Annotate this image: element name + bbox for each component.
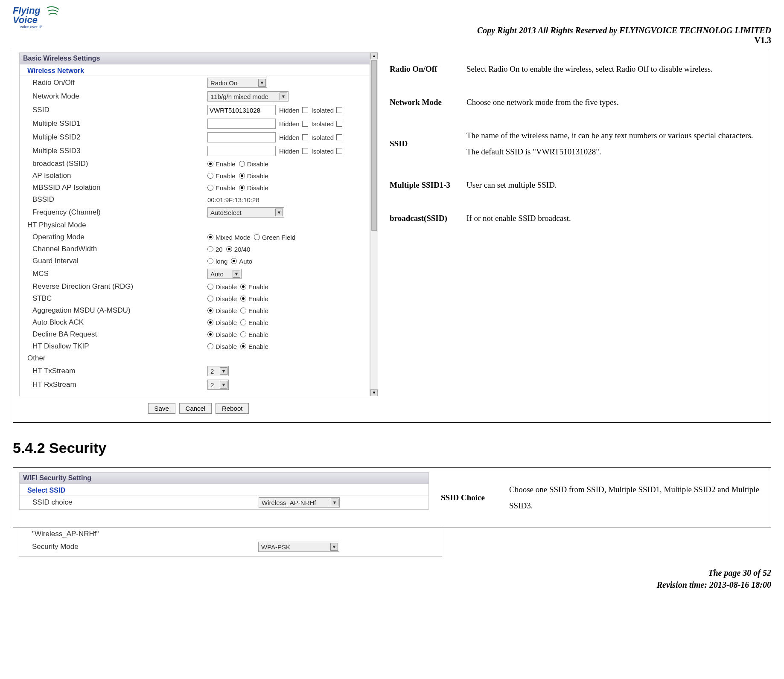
ssid-label: SSID — [32, 106, 207, 114]
bssid-value: 00:01:9F:13:10:28 — [207, 196, 259, 203]
ssid-choice-select[interactable]: Wireless_AP-NRHf▼ — [259, 497, 340, 508]
cancel-button[interactable]: Cancel — [179, 403, 212, 414]
mssid3-input[interactable] — [207, 146, 276, 156]
copyright-text: Copy Right 2013 All Rights Reserved by F… — [73, 26, 771, 35]
desc-text: Choose one SSID from SSID, Multiple SSID… — [506, 473, 764, 522]
gi-auto-radio[interactable] — [231, 258, 237, 264]
amsdu-disable-radio[interactable] — [207, 308, 213, 313]
broadcast-enable-radio[interactable] — [207, 161, 213, 167]
apisolation-label: AP Isolation — [32, 171, 207, 180]
mssid3-isolated-checkbox[interactable] — [336, 148, 342, 154]
mssid2-hidden-checkbox[interactable] — [302, 134, 308, 140]
apiso-enable-radio[interactable] — [207, 173, 213, 179]
mcs-label: MCS — [32, 270, 207, 278]
stbc-label: STBC — [32, 294, 207, 303]
flyingvoice-logo-icon: Flying Voice Voice over IP — [13, 4, 64, 30]
chevron-down-icon: ▼ — [258, 79, 266, 87]
ssid-hidden-checkbox[interactable] — [302, 107, 308, 113]
panel2-subtitle: Select SSID — [20, 484, 428, 496]
radio-onoff-label: Radio On/Off — [32, 78, 207, 87]
bssid-label: BSSID — [32, 195, 207, 204]
desc-term: Network Mode — [386, 86, 463, 119]
description-table-2: SSID ChoiceChoose one SSID from SSID, Mu… — [437, 473, 764, 522]
ht-header: HT Physical Mode — [27, 221, 86, 229]
mssid1-hidden-checkbox[interactable] — [302, 121, 308, 127]
rdg-enable-radio[interactable] — [240, 284, 246, 290]
security-mode-select[interactable]: WPA-PSK▼ — [258, 542, 339, 552]
scroll-thumb[interactable] — [371, 60, 377, 231]
opmode-mixed-radio[interactable] — [207, 234, 213, 240]
ssid-choice-label: SSID choice — [32, 498, 259, 507]
mssid3-label: Multiple SSID3 — [32, 147, 207, 155]
opmode-green-radio[interactable] — [254, 234, 260, 240]
radio-onoff-select[interactable]: Radio On▼ — [207, 78, 267, 88]
reboot-button[interactable]: Reboot — [216, 403, 249, 414]
amsdu-enable-radio[interactable] — [240, 308, 246, 313]
desc-text: If or not enable SSID broadcast. — [463, 202, 764, 235]
gi-long-radio[interactable] — [207, 258, 213, 264]
wireless-settings-box: Basic Wireless Settings Wireless Network… — [13, 48, 771, 423]
desc-text: Choose one network mode from the five ty… — [463, 86, 764, 119]
mbssid-disable-radio[interactable] — [239, 185, 245, 191]
htrx-label: HT RxStream — [32, 380, 207, 389]
aback-enable-radio[interactable] — [240, 319, 246, 325]
bw-20-radio[interactable] — [207, 246, 213, 252]
description-table: Radio On/OffSelect Radio On to enable th… — [386, 52, 764, 235]
stbc-disable-radio[interactable] — [207, 296, 213, 302]
dba-enable-radio[interactable] — [240, 331, 246, 337]
guard-interval-label: Guard Interval — [32, 257, 207, 265]
mssid2-input[interactable] — [207, 132, 276, 142]
tkip-enable-radio[interactable] — [240, 343, 246, 349]
desc-term: SSID Choice — [437, 473, 506, 522]
httx-select[interactable]: 2▼ — [207, 366, 229, 376]
apiso-disable-radio[interactable] — [239, 173, 245, 179]
broadcast-disable-radio[interactable] — [239, 161, 245, 167]
broadcast-label: broadcast (SSID) — [32, 160, 207, 168]
save-button[interactable]: Save — [148, 403, 175, 414]
desc-text: Select Radio On to enable the wireless, … — [463, 52, 764, 86]
wifi-security-panel: WIFI Security Setting Select SSID SSID c… — [19, 472, 429, 510]
aback-disable-radio[interactable] — [207, 319, 213, 325]
dba-disable-radio[interactable] — [207, 331, 213, 337]
ssid-input[interactable] — [207, 105, 276, 115]
desc-term: broadcast(SSID) — [386, 202, 463, 235]
rdg-disable-radio[interactable] — [207, 284, 213, 290]
panel-subtitle: Wireless Network — [20, 64, 370, 76]
httx-label: HT TxStream — [32, 367, 207, 375]
security-box: WIFI Security Setting Select SSID SSID c… — [13, 467, 771, 528]
network-mode-select[interactable]: 11b/g/n mixed mode▼ — [207, 91, 289, 102]
ssid-isolated-checkbox[interactable] — [336, 107, 342, 113]
basic-wireless-panel: Basic Wireless Settings Wireless Network… — [19, 52, 370, 396]
section-heading-security: 5.4.2 Security — [13, 440, 771, 456]
mssid3-hidden-checkbox[interactable] — [302, 148, 308, 154]
chevron-down-icon: ▼ — [330, 543, 338, 551]
tkip-label: HT Disallow TKIP — [32, 342, 207, 351]
mssid2-label: Multiple SSID2 — [32, 133, 207, 142]
mcs-select[interactable]: Auto▼ — [207, 269, 242, 279]
revision-time: Revision time: 2013-08-16 18:00 — [13, 579, 771, 591]
chevron-down-icon: ▼ — [220, 381, 227, 389]
mssid1-isolated-checkbox[interactable] — [336, 121, 342, 127]
aback-label: Auto Block ACK — [32, 318, 207, 327]
stbc-enable-radio[interactable] — [240, 296, 246, 302]
tkip-disable-radio[interactable] — [207, 343, 213, 349]
chevron-down-icon: ▼ — [280, 93, 287, 100]
scroll-up-icon[interactable]: ▲ — [370, 52, 378, 59]
panel-scrollbar[interactable]: ▲ ▼ — [370, 52, 378, 396]
panel2-title: WIFI Security Setting — [20, 473, 428, 484]
frequency-select[interactable]: AutoSelect▼ — [207, 207, 284, 218]
rdg-label: Reverse Direction Grant (RDG) — [32, 282, 207, 291]
mssid2-isolated-checkbox[interactable] — [336, 134, 342, 140]
desc-text: The name of the wireless name, it can be… — [463, 119, 764, 168]
security-mode-label: Security Mode — [32, 543, 258, 551]
mssid1-input[interactable] — [207, 119, 276, 129]
mbssid-enable-radio[interactable] — [207, 185, 213, 191]
logo: Flying Voice Voice over IP — [13, 4, 68, 32]
htrx-select[interactable]: 2▼ — [207, 380, 229, 390]
network-mode-label: Network Mode — [32, 92, 207, 101]
panel-title: Basic Wireless Settings — [20, 53, 370, 64]
desc-term: Multiple SSID1-3 — [386, 168, 463, 202]
bw-2040-radio[interactable] — [226, 246, 232, 252]
scroll-down-icon[interactable]: ▼ — [370, 389, 378, 396]
other-header: Other — [27, 354, 46, 363]
